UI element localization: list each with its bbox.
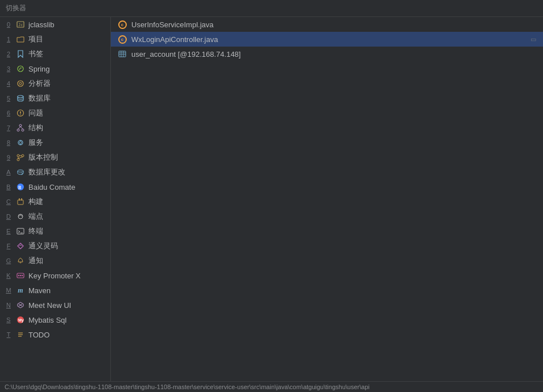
index-4: 4 [5, 80, 13, 87]
svg-line-12 [18, 127, 20, 129]
svg-text:Jc: Jc [18, 23, 23, 27]
sidebar-label: 结构 [28, 123, 43, 133]
vcs-icon [16, 153, 25, 162]
index-E: E [5, 228, 13, 235]
content-label-1: WxLoginApiController.java [131, 35, 218, 44]
svg-point-2 [18, 66, 23, 72]
svg-point-8 [20, 114, 21, 115]
path-text: C:\Users\dgq\Downloads\tingshu-1108-mast… [5, 383, 370, 390]
sidebar-item-meet-new-ui[interactable]: N Meet New UI [0, 298, 110, 312]
sidebar-label: 构建 [28, 197, 43, 207]
sidebar-item-key-promoter[interactable]: K Key Promoter X [0, 268, 110, 283]
svg-point-28 [18, 275, 19, 276]
svg-rect-39 [119, 51, 126, 57]
sidebar-item-vcs[interactable]: 9 版本控制 [0, 150, 110, 165]
sidebar-item-analyzer[interactable]: 4 分析器 [0, 76, 110, 91]
dbchange-icon [16, 168, 25, 177]
structure-icon [16, 123, 25, 132]
analyzer-icon [16, 79, 25, 88]
sidebar-label: 通义灵码 [28, 241, 58, 251]
svg-rect-21 [18, 200, 23, 205]
sidebar-item-bookmarks[interactable]: 2 书签 [0, 47, 110, 61]
baidu-icon: B [16, 182, 25, 191]
sidebar-label: 数据库 [28, 93, 51, 103]
service-icon [16, 138, 25, 147]
index-D: D [5, 213, 13, 220]
sidebar-item-build[interactable]: C 构建 [0, 194, 110, 209]
svg-point-9 [19, 124, 22, 127]
index-N: N [5, 302, 13, 308]
sidebar-label: Spring [28, 65, 50, 73]
svg-point-4 [19, 82, 22, 85]
bookmark-icon [16, 49, 25, 59]
index-T: T [5, 331, 13, 338]
mybatis-icon: My [16, 315, 25, 324]
sidebar-label: 端点 [28, 211, 43, 222]
sidebar-item-baidu-comate[interactable]: B B Baidu Comate [0, 180, 110, 194]
sidebar-item-services[interactable]: 8 服务 [0, 135, 110, 150]
meetnewui-icon [16, 301, 25, 310]
sidebar-item-project[interactable]: 1 项目 [0, 32, 110, 47]
index-G: G [5, 257, 13, 264]
sidebar-label: 服务 [28, 137, 43, 148]
bottom-bar: C:\Users\dgq\Downloads\tingshu-1108-mast… [0, 381, 543, 392]
build-icon [16, 197, 25, 206]
content-item-2[interactable]: user_account [@192.168.74.148] [111, 47, 543, 61]
class-icon-1: c [118, 35, 127, 44]
table-icon-0 [118, 49, 127, 59]
svg-text:My: My [18, 318, 24, 323]
index-7: 7 [5, 124, 13, 131]
sidebar-item-tongyi[interactable]: F 通义灵码 [0, 239, 110, 253]
class-icon-0: c [118, 20, 127, 29]
sidebar-item-notifications[interactable]: G 通知 [0, 253, 110, 268]
svg-point-11 [22, 129, 24, 131]
content-item-1[interactable]: c WxLoginApiController.java ▭ [111, 32, 543, 47]
sidebar-item-endpoints[interactable]: D 端点 [0, 209, 110, 224]
svg-text:B: B [18, 185, 22, 190]
index-0: 0 [5, 21, 13, 28]
sidebar-item-database[interactable]: 5 数据库 [0, 91, 110, 106]
index-B: B [5, 184, 13, 190]
sidebar-label: 书签 [28, 49, 43, 59]
sidebar-item-maven[interactable]: M m Maven [0, 283, 110, 298]
sidebar-item-problems[interactable]: 6 问题 [0, 106, 110, 120]
sidebar-label: Key Promoter X [28, 272, 81, 280]
sidebar-item-jclasslib[interactable]: 0 Jc jclasslib [0, 17, 110, 32]
svg-point-18 [18, 170, 23, 172]
svg-point-3 [18, 81, 23, 86]
content-item-0[interactable]: c UserInfoServiceImpl.java [111, 17, 543, 32]
sidebar-label: 项目 [28, 34, 43, 44]
endpoint-icon [16, 212, 25, 221]
tongyi-icon [16, 241, 25, 251]
folder-icon [16, 35, 25, 44]
pin-icon: ▭ [530, 36, 536, 43]
index-9: 9 [5, 154, 13, 161]
index-2: 2 [5, 51, 13, 57]
svg-point-10 [17, 129, 19, 131]
terminal-icon [16, 227, 25, 236]
content-area: c UserInfoServiceImpl.java c WxLoginApiC… [111, 17, 543, 381]
svg-point-14 [18, 140, 23, 145]
database-icon [16, 94, 25, 103]
sidebar-label: Meet New UI [28, 301, 71, 310]
svg-point-17 [17, 159, 19, 161]
sidebar-label: Baidu Comate [28, 183, 75, 191]
sidebar-item-dbchanges[interactable]: A 数据库更改 [0, 165, 110, 180]
title-label: 切换器 [6, 4, 26, 12]
notify-icon [16, 256, 25, 265]
problem-icon [16, 109, 25, 118]
sidebar-label: 分析器 [28, 78, 51, 89]
sidebar-label: Maven [28, 286, 51, 295]
sidebar-item-spring[interactable]: 3 Spring [0, 61, 110, 76]
sidebar-item-structure[interactable]: 7 结构 [0, 120, 110, 135]
sidebar-item-mybatis[interactable]: S My Mybatis Sql [0, 312, 110, 327]
sidebar-label: jclasslib [28, 20, 55, 29]
index-8: 8 [5, 139, 13, 146]
index-F: F [5, 243, 13, 249]
todo-icon [16, 330, 25, 339]
sidebar-label: TODO [28, 331, 49, 339]
index-C: C [5, 198, 13, 205]
index-5: 5 [5, 95, 13, 102]
sidebar-item-terminal[interactable]: E 终端 [0, 224, 110, 239]
sidebar-item-todo[interactable]: T TODO [0, 327, 110, 342]
